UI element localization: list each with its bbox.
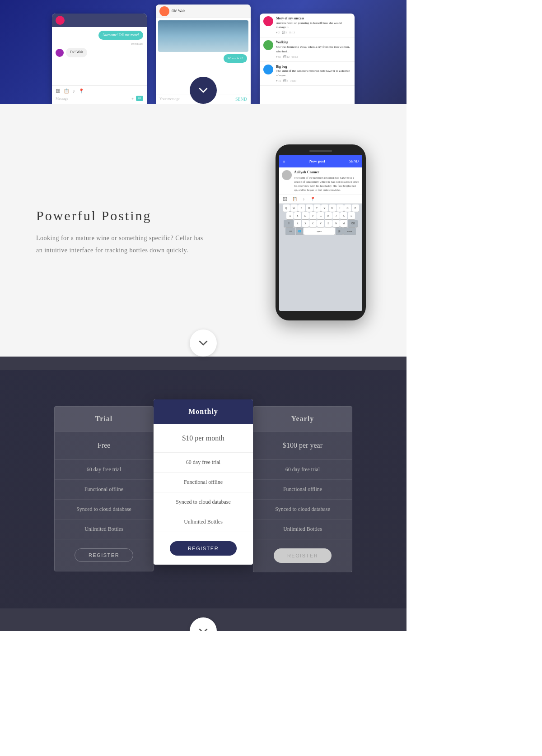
trial-header: Trial bbox=[55, 407, 153, 431]
key-j[interactable]: J bbox=[332, 212, 340, 219]
yearly-header: Yearly bbox=[253, 407, 352, 431]
key-o[interactable]: O bbox=[344, 204, 351, 212]
posting-section: Powerful Posting Looking for a mature wi… bbox=[0, 117, 406, 357]
yearly-cta: REGISTER bbox=[253, 539, 352, 572]
key-v[interactable]: V bbox=[317, 220, 324, 227]
pricing-cards-container: Trial Free 60 day free trial Functional … bbox=[18, 397, 388, 572]
music-icon[interactable]: ♪ bbox=[303, 197, 305, 201]
avatar-1 bbox=[56, 16, 65, 25]
keyboard: Q W E R T Y U I O P A S D bbox=[279, 204, 362, 311]
posting-title: Powerful Posting bbox=[36, 208, 208, 223]
composer-avatar bbox=[282, 170, 292, 180]
key-r[interactable]: R bbox=[306, 204, 313, 212]
monthly-header: Monthly bbox=[154, 399, 253, 424]
pricing-card-yearly: Yearly $100 per year 60 day free trial F… bbox=[253, 406, 352, 572]
yearly-feature-2: Functional offline bbox=[253, 480, 352, 500]
phone-screen: ≡ New post SEND Aaliyah Cramer The sight… bbox=[279, 155, 362, 311]
trial-cta: REGISTER bbox=[55, 539, 153, 571]
key-i[interactable]: I bbox=[336, 204, 344, 212]
yearly-register-button[interactable]: REGISTER bbox=[274, 548, 332, 563]
phone-mockup-container: ≡ New post SEND Aaliyah Cramer The sight… bbox=[235, 144, 406, 320]
key-b[interactable]: B bbox=[325, 220, 332, 227]
post-compose-area: Aaliyah Cramer The sight of the tumblers… bbox=[279, 167, 362, 195]
keyboard-row-1: Q W E R T Y U I O P bbox=[280, 204, 361, 212]
key-t[interactable]: T bbox=[313, 204, 321, 212]
key-e[interactable]: E bbox=[298, 204, 305, 212]
yearly-price: $100 per year bbox=[253, 431, 352, 460]
pricing-section: Trial Free 60 day free trial Functional … bbox=[0, 370, 406, 608]
key-d[interactable]: D bbox=[302, 212, 309, 219]
chevron-down-btn-2[interactable] bbox=[190, 329, 217, 357]
chat-bubble-awesome: Awesome! Tell me more! bbox=[98, 31, 143, 40]
send-nav-button[interactable]: SEND bbox=[349, 159, 359, 163]
chat-bubble-okwait: Ok! Wait bbox=[66, 48, 87, 57]
story-item-1: Story of my success And she went on plan… bbox=[260, 14, 355, 37]
keyboard-row-3: ⇧ Z X C V B N M ⌫ bbox=[280, 220, 361, 227]
key-c[interactable]: C bbox=[309, 220, 317, 227]
composer-text[interactable]: The sight of the tumblers restored Bob S… bbox=[294, 176, 360, 192]
key-x[interactable]: X bbox=[302, 220, 309, 227]
key-123[interactable]: 123 bbox=[285, 227, 295, 235]
composer-username: Aaliyah Cramer bbox=[294, 170, 360, 174]
story-avatar-2 bbox=[263, 40, 273, 50]
phone-nav-title: New post bbox=[288, 159, 346, 163]
keyboard-row-4: 123 🌐 space @ return bbox=[280, 227, 361, 235]
key-globe[interactable]: 🌐 bbox=[296, 227, 303, 235]
key-g[interactable]: G bbox=[317, 212, 324, 219]
key-p[interactable]: P bbox=[352, 204, 359, 212]
monthly-register-button[interactable]: REGISTER bbox=[170, 541, 237, 556]
key-return[interactable]: return bbox=[343, 227, 356, 235]
monthly-feature-4: Unlimited Bottles bbox=[154, 512, 253, 532]
key-z[interactable]: Z bbox=[294, 220, 301, 227]
hamburger-icon: ≡ bbox=[283, 159, 285, 164]
chevron-down-btn-3[interactable] bbox=[190, 617, 217, 631]
key-m[interactable]: M bbox=[340, 220, 347, 227]
location-icon[interactable]: 📍 bbox=[310, 197, 315, 201]
yearly-feature-3: Synced to cloud database bbox=[253, 500, 352, 519]
trial-feature-1: 60 day free trial bbox=[55, 460, 153, 480]
key-h[interactable]: H bbox=[325, 212, 332, 219]
keyboard-row-2: A S D F G H J K L bbox=[280, 212, 361, 219]
key-k[interactable]: K bbox=[340, 212, 347, 219]
key-at[interactable]: @ bbox=[336, 227, 343, 235]
key-n[interactable]: N bbox=[332, 220, 340, 227]
trial-feature-2: Functional offline bbox=[55, 480, 153, 500]
posting-description: Looking for a mature wine or something s… bbox=[36, 232, 208, 256]
yearly-feature-1: 60 day free trial bbox=[253, 460, 352, 480]
pricing-card-trial: Trial Free 60 day free trial Functional … bbox=[54, 406, 154, 571]
chat-bubble-location: Where is it? bbox=[224, 54, 247, 63]
key-backspace[interactable]: ⌫ bbox=[348, 220, 358, 227]
key-space[interactable]: space bbox=[304, 227, 335, 235]
composer-toolbar: 🖼 📋 ♪ 📍 bbox=[279, 195, 362, 204]
story-avatar-1 bbox=[263, 16, 273, 26]
document-icon[interactable]: 📋 bbox=[292, 197, 297, 201]
phone-speaker bbox=[309, 150, 332, 152]
key-s[interactable]: S bbox=[294, 212, 301, 219]
key-q[interactable]: Q bbox=[283, 204, 290, 212]
trial-feature-4: Unlimited Bottles bbox=[55, 519, 153, 539]
chat-mockup-1: Awesome! Tell me more! 10 min ago Ok! Wa… bbox=[52, 14, 147, 104]
story-mockup: Story of my success And she went on plan… bbox=[260, 14, 355, 104]
chevron-down-btn-1[interactable] bbox=[190, 77, 217, 104]
image-icon[interactable]: 🖼 bbox=[283, 197, 287, 201]
key-a[interactable]: A bbox=[286, 212, 294, 219]
trial-feature-3: Synced to cloud database bbox=[55, 500, 153, 519]
yearly-feature-4: Unlimited Bottles bbox=[253, 519, 352, 539]
avatar-3 bbox=[159, 6, 169, 16]
trial-price: Free bbox=[55, 431, 153, 460]
key-l[interactable]: L bbox=[348, 212, 355, 219]
key-w[interactable]: W bbox=[290, 204, 298, 212]
story-item-2: Walking She was bouncing away, when a cr… bbox=[260, 37, 355, 61]
key-u[interactable]: U bbox=[329, 204, 336, 212]
key-f[interactable]: F bbox=[309, 212, 317, 219]
monthly-feature-2: Functional offline bbox=[154, 473, 253, 492]
phone-shell: ≡ New post SEND Aaliyah Cramer The sight… bbox=[276, 144, 366, 320]
chat-input-1[interactable]: Message bbox=[56, 97, 129, 101]
posting-text-block: Powerful Posting Looking for a mature wi… bbox=[0, 208, 235, 256]
trial-register-button[interactable]: REGISTER bbox=[75, 548, 133, 562]
phone-nav: ≡ New post SEND bbox=[279, 155, 362, 167]
key-y[interactable]: Y bbox=[321, 204, 328, 212]
story-avatar-3 bbox=[263, 65, 273, 74]
chat-input-2[interactable]: Your message bbox=[159, 97, 180, 101]
key-shift[interactable]: ⇧ bbox=[284, 220, 294, 227]
